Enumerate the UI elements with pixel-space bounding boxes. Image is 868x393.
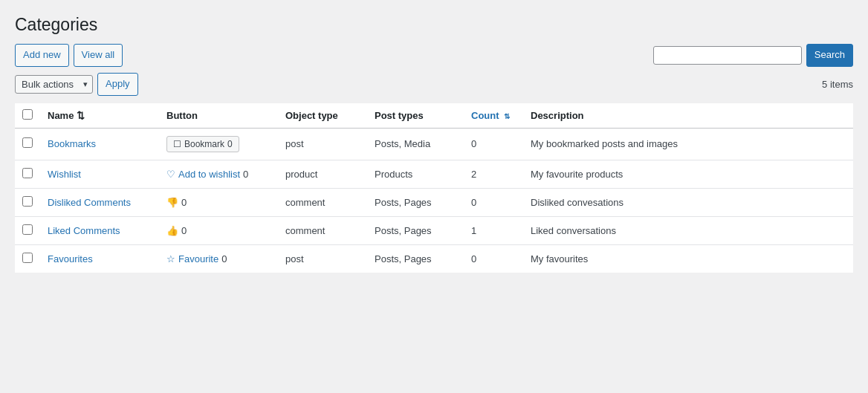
th-button-label: Button xyxy=(166,110,198,121)
row-button-inline[interactable]: ♡Add to wishlist 0 xyxy=(166,169,248,180)
th-description: Description xyxy=(523,103,853,129)
row-count: 0 xyxy=(464,128,523,160)
button-icon: ☆ xyxy=(166,253,175,264)
th-count[interactable]: Count ⇅ xyxy=(464,103,523,129)
th-object-type: Object type xyxy=(278,103,367,129)
row-checkbox[interactable] xyxy=(22,253,33,263)
button-label: Add to wishlist xyxy=(178,169,240,180)
button-icon: 👍 xyxy=(166,225,178,236)
row-count: 0 xyxy=(464,244,523,273)
table-row: Favourites☆Favourite 0postPosts, Pages0M… xyxy=(15,244,853,273)
bulk-actions-wrapper: Bulk actions Delete xyxy=(15,75,93,94)
row-name-link[interactable]: Liked Comments xyxy=(48,225,120,236)
view-all-button[interactable]: View all xyxy=(74,44,123,67)
top-bar-left: Add new View all xyxy=(15,44,123,67)
button-label: Favourite xyxy=(178,253,218,264)
row-post-types: Posts, Pages xyxy=(367,188,464,216)
row-object-type: comment xyxy=(278,188,367,216)
row-button-cell[interactable]: ☐Bookmark0 xyxy=(166,136,239,152)
categories-table: Name ⇅ Button Object type Post types Cou… xyxy=(15,103,853,273)
table-row: Bookmarks☐Bookmark0postPosts, Media0My b… xyxy=(15,128,853,160)
row-button-inline[interactable]: ☆Favourite 0 xyxy=(166,253,227,264)
row-post-types: Posts, Pages xyxy=(367,244,464,273)
row-name-link[interactable]: Disliked Comments xyxy=(48,197,131,208)
row-checkbox[interactable] xyxy=(22,196,33,207)
row-count: 1 xyxy=(464,216,523,244)
action-bar: Bulk actions Delete Apply 5 items xyxy=(15,73,853,96)
row-post-types: Posts, Media xyxy=(367,128,464,160)
row-object-type: product xyxy=(278,160,367,188)
th-name: Name ⇅ xyxy=(40,103,159,129)
row-checkbox[interactable] xyxy=(22,168,33,178)
button-icon: 👎 xyxy=(166,197,178,208)
top-bar: Add new View all Search xyxy=(15,44,853,67)
th-count-label: Count xyxy=(471,110,499,121)
row-post-types: Products xyxy=(367,160,464,188)
table-row: Disliked Comments👎 0commentPosts, Pages0… xyxy=(15,188,853,216)
row-name-link[interactable]: Wishlist xyxy=(48,169,81,180)
row-description: Liked conversations xyxy=(523,216,853,244)
top-bar-right: Search xyxy=(653,44,853,67)
row-description: My bookmarked posts and images xyxy=(523,128,853,160)
table-body: Bookmarks☐Bookmark0postPosts, Media0My b… xyxy=(15,128,853,273)
row-checkbox[interactable] xyxy=(22,137,33,148)
button-icon: ☐ xyxy=(173,139,181,149)
row-name-link[interactable]: Favourites xyxy=(48,253,93,264)
select-all-checkbox[interactable] xyxy=(22,109,33,120)
row-object-type: post xyxy=(278,244,367,273)
row-count: 0 xyxy=(464,188,523,216)
table-row: Liked Comments👍 0commentPosts, Pages1Lik… xyxy=(15,216,853,244)
page-title: Categories xyxy=(15,15,853,35)
row-name-link[interactable]: Bookmarks xyxy=(48,138,96,149)
row-description: Disliked convesations xyxy=(523,188,853,216)
row-post-types: Posts, Pages xyxy=(367,216,464,244)
button-count: 0 xyxy=(243,169,248,180)
row-checkbox[interactable] xyxy=(22,224,33,235)
row-description: My favourites xyxy=(523,244,853,273)
name-sort-icon[interactable]: ⇅ xyxy=(77,110,85,121)
count-sort-icon[interactable]: ⇅ xyxy=(504,112,510,120)
search-input[interactable] xyxy=(653,46,802,65)
add-new-button[interactable]: Add new xyxy=(15,44,69,67)
button-count: 0 xyxy=(181,225,187,236)
row-button-icon-only[interactable]: 👍 0 xyxy=(166,225,187,236)
row-object-type: comment xyxy=(278,216,367,244)
table-row: Wishlist♡Add to wishlist 0productProduct… xyxy=(15,160,853,188)
items-count: 5 items xyxy=(822,79,853,90)
apply-button[interactable]: Apply xyxy=(97,73,138,96)
th-description-label: Description xyxy=(531,110,584,121)
table-header: Name ⇅ Button Object type Post types Cou… xyxy=(15,103,853,129)
button-count: 0 xyxy=(227,139,233,149)
search-button[interactable]: Search xyxy=(806,44,853,67)
bulk-actions-select[interactable]: Bulk actions Delete xyxy=(15,75,93,94)
th-post-types-label: Post types xyxy=(375,110,424,121)
row-button-icon-only[interactable]: 👎 0 xyxy=(166,197,187,208)
th-name-label: Name xyxy=(48,110,74,121)
th-object-type-label: Object type xyxy=(285,110,338,121)
row-description: My favourite products xyxy=(523,160,853,188)
th-checkbox xyxy=(15,103,40,129)
button-icon: ♡ xyxy=(166,169,175,180)
th-button: Button xyxy=(159,103,278,129)
button-label: Bookmark xyxy=(184,139,224,149)
button-count: 0 xyxy=(221,253,227,264)
row-object-type: post xyxy=(278,128,367,160)
action-bar-left: Bulk actions Delete Apply xyxy=(15,73,138,96)
button-count: 0 xyxy=(181,197,187,208)
row-count: 2 xyxy=(464,160,523,188)
th-post-types: Post types xyxy=(367,103,464,129)
